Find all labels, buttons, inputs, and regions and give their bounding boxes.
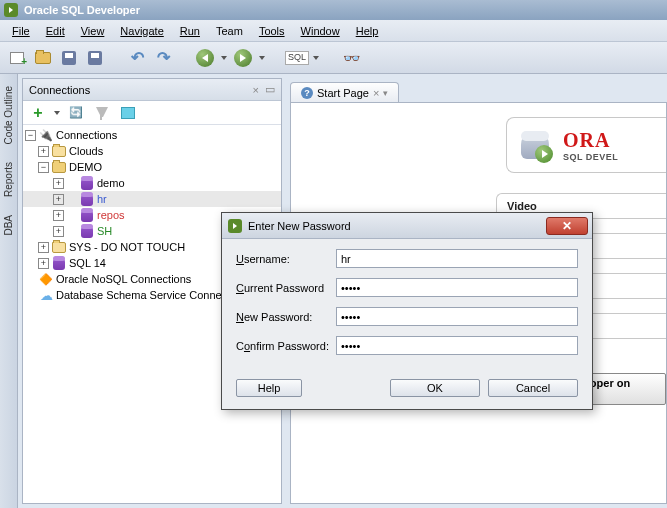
expand-icon[interactable]: + [38, 242, 49, 253]
app-icon [4, 3, 18, 17]
filter-button[interactable] [91, 102, 113, 124]
expand-icon[interactable]: + [38, 146, 49, 157]
ok-button[interactable]: OK [390, 379, 480, 397]
dialog-app-icon [228, 219, 242, 233]
tree-connections[interactable]: − Connections [23, 127, 281, 143]
menu-tools[interactable]: Tools [251, 23, 293, 39]
tree-clouds[interactable]: + Clouds [23, 143, 281, 159]
menu-window[interactable]: Window [293, 23, 348, 39]
menu-run[interactable]: Run [172, 23, 208, 39]
folder-icon [51, 146, 67, 157]
save-icon [62, 51, 76, 65]
menu-team[interactable]: Team [208, 23, 251, 39]
find-icon [343, 50, 360, 66]
add-connection-button[interactable]: + [27, 102, 49, 124]
expand-icon[interactable]: + [53, 226, 64, 237]
rail-dba[interactable]: DBA [2, 207, 15, 244]
open-icon [35, 52, 51, 64]
wrap-icon [121, 107, 135, 119]
username-label: Username: [236, 253, 336, 265]
tab-start-page[interactable]: Start Page × ▾ [290, 82, 399, 102]
expand-icon[interactable]: + [53, 210, 64, 221]
dialog-title: Enter New Password [248, 220, 351, 232]
database-icon [79, 192, 95, 206]
tree-demo-folder[interactable]: − DEMO [23, 159, 281, 175]
expand-icon[interactable]: + [38, 258, 49, 269]
new-file-icon [10, 52, 24, 64]
tab-dropdown-icon[interactable]: ▾ [383, 88, 388, 98]
rail-code-outline[interactable]: Code Outline [2, 78, 15, 152]
username-input[interactable] [336, 249, 578, 268]
nosql-icon [38, 273, 54, 286]
collapse-icon[interactable]: − [38, 162, 49, 173]
dialog-close-button[interactable]: ✕ [546, 217, 588, 235]
open-button[interactable] [32, 47, 54, 69]
menu-help[interactable]: Help [348, 23, 387, 39]
connections-header: Connections × ▭ [23, 79, 281, 101]
sql-worksheet-dropdown[interactable] [312, 47, 320, 69]
save-all-icon [88, 51, 102, 65]
nav-back-dropdown[interactable] [220, 47, 228, 69]
expand-icon[interactable]: + [53, 194, 64, 205]
cancel-button[interactable]: Cancel [488, 379, 578, 397]
save-all-button[interactable] [84, 47, 106, 69]
database-icon [79, 176, 95, 190]
redo-icon [157, 48, 170, 67]
close-tab-icon[interactable]: × [373, 87, 379, 99]
collapse-icon[interactable]: − [25, 130, 36, 141]
find-button[interactable] [340, 47, 362, 69]
undo-button[interactable] [126, 47, 148, 69]
connections-toolbar: + [23, 101, 281, 125]
rail-reports[interactable]: Reports [2, 154, 15, 205]
menu-edit[interactable]: Edit [38, 23, 73, 39]
enter-password-dialog: Enter New Password ✕ Username: Current P… [221, 212, 593, 410]
folder-open-icon [51, 162, 67, 173]
sql-worksheet-button[interactable]: SQL [286, 47, 308, 69]
nav-forward-button[interactable] [232, 47, 254, 69]
folder-icon [51, 242, 67, 253]
save-button[interactable] [58, 47, 80, 69]
new-password-input[interactable] [336, 307, 578, 326]
confirm-password-input[interactable] [336, 336, 578, 355]
nav-back-icon [196, 49, 214, 67]
cloud-icon [38, 288, 54, 303]
expand-icon[interactable]: + [53, 178, 64, 189]
plus-icon: + [33, 104, 42, 122]
toolbar: SQL [0, 42, 667, 74]
connections-icon [38, 129, 54, 142]
app-title: Oracle SQL Developer [24, 4, 140, 16]
new-password-label: New Password: [236, 311, 336, 323]
database-icon [51, 256, 67, 270]
tree-hr-conn[interactable]: + hr [23, 191, 281, 207]
new-button[interactable] [6, 47, 28, 69]
dialog-titlebar[interactable]: Enter New Password ✕ [222, 213, 592, 239]
oracle-brand: ORA [563, 129, 618, 152]
menu-file[interactable]: File [4, 23, 38, 39]
database-icon [79, 208, 95, 222]
sql-worksheet-icon: SQL [285, 51, 309, 65]
connections-close-icon[interactable]: × [253, 84, 259, 96]
menu-bar: File Edit View Navigate Run Team Tools W… [0, 20, 667, 42]
confirm-password-label: Confirm Password: [236, 340, 336, 352]
current-password-label: Current Password [236, 282, 336, 294]
nav-back-button[interactable] [194, 47, 216, 69]
redo-button[interactable] [152, 47, 174, 69]
connections-minimize-icon[interactable]: ▭ [265, 83, 275, 96]
add-connection-dropdown[interactable] [53, 102, 61, 124]
nav-forward-dropdown[interactable] [258, 47, 266, 69]
left-rail: Code Outline Reports DBA [0, 74, 18, 508]
undo-icon [131, 48, 144, 67]
menu-view[interactable]: View [73, 23, 113, 39]
start-page-icon [301, 86, 313, 99]
menu-navigate[interactable]: Navigate [112, 23, 171, 39]
connections-title: Connections [29, 84, 90, 96]
database-logo-icon [517, 125, 557, 165]
help-button[interactable]: Help [236, 379, 302, 397]
refresh-button[interactable] [65, 102, 87, 124]
nav-forward-icon [234, 49, 252, 67]
wrap-button[interactable] [117, 102, 139, 124]
current-password-input[interactable] [336, 278, 578, 297]
dialog-buttons: Help OK Cancel [222, 375, 592, 409]
tree-demo-conn[interactable]: + demo [23, 175, 281, 191]
title-bar: Oracle SQL Developer [0, 0, 667, 20]
